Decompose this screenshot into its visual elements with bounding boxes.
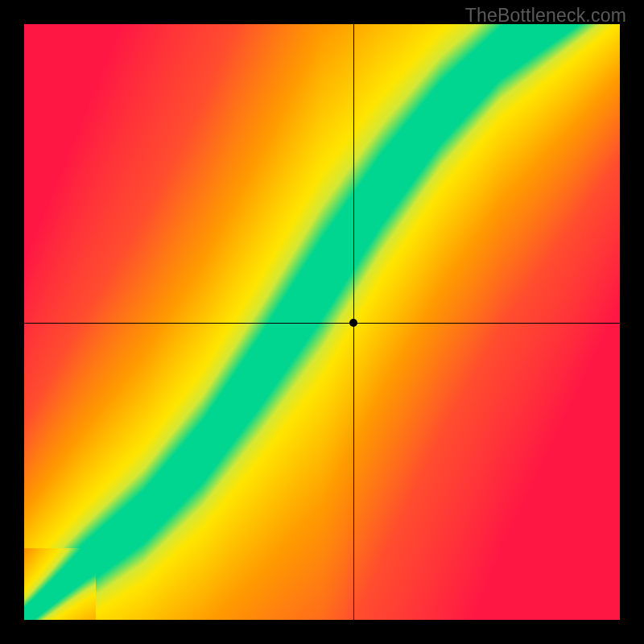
chart-container: TheBottleneck.com [0, 0, 644, 644]
crosshair-horizontal [24, 323, 620, 324]
data-point-marker [349, 319, 357, 327]
watermark-text: TheBottleneck.com [465, 5, 626, 27]
heatmap-plot [24, 24, 620, 620]
